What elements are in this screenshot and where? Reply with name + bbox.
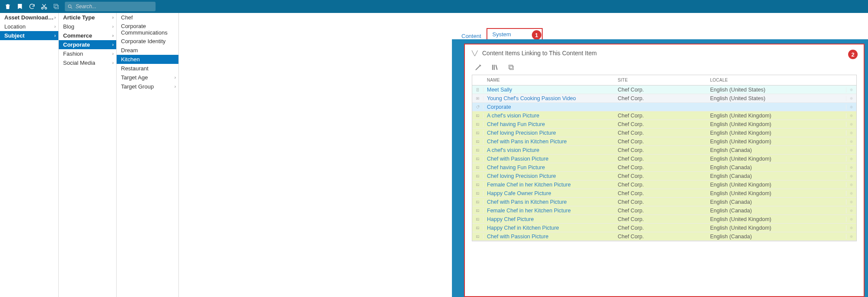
globe-icon[interactable]: [846, 96, 856, 101]
globe-icon[interactable]: [846, 182, 856, 187]
table-row[interactable]: Female Chef in her Kitchen PictureChef C…: [472, 206, 856, 215]
globe-icon[interactable]: [846, 130, 856, 136]
globe-icon[interactable]: [846, 104, 856, 110]
row-name: Chef with Pans in Kitchen Picture: [483, 199, 614, 205]
row-link[interactable]: Chef with Passion Picture: [487, 234, 548, 240]
row-link[interactable]: Chef with Passion Picture: [487, 156, 548, 162]
row-link[interactable]: Female Chef in her Kitchen Picture: [487, 208, 571, 214]
category-item[interactable]: Corporate Commmunications: [117, 22, 178, 37]
globe-icon[interactable]: [846, 156, 856, 161]
row-link[interactable]: A chef's vision Picture: [487, 113, 539, 119]
table-row[interactable]: Chef loving Precision PictureChef Corp.E…: [472, 172, 856, 180]
category-item[interactable]: Fashion›: [59, 49, 116, 58]
cut-icon[interactable]: [38, 0, 50, 13]
category-item[interactable]: Restaurant: [117, 64, 178, 73]
row-link[interactable]: Chef loving Precision Picture: [487, 130, 556, 136]
category-item[interactable]: Target Age›: [117, 73, 178, 82]
category-item[interactable]: Subject›: [0, 31, 58, 40]
table-row[interactable]: Happy Chef in Kitchen PictureChef Corp.E…: [472, 224, 856, 232]
row-link[interactable]: Female Chef in her Kitchen Picture: [487, 182, 571, 188]
category-item[interactable]: Location›: [0, 22, 58, 31]
globe-icon[interactable]: [846, 191, 856, 196]
globe-icon[interactable]: [846, 139, 856, 144]
category-item[interactable]: Corporate Identity: [117, 37, 178, 46]
globe-icon[interactable]: [846, 174, 856, 179]
edit-icon[interactable]: [474, 63, 483, 72]
globe-icon[interactable]: [846, 225, 856, 231]
category-label: Corporate Commmunications: [121, 23, 176, 36]
table-row[interactable]: Happy Chef PictureChef Corp.English (Uni…: [472, 215, 856, 224]
globe-icon[interactable]: [846, 234, 856, 239]
globe-icon[interactable]: [846, 165, 856, 170]
table-row[interactable]: Chef with Pans in Kitchen PictureChef Co…: [472, 198, 856, 206]
row-link[interactable]: Young Chef's Cooking Passion Video: [487, 95, 576, 101]
table-row[interactable]: Young Chef's Cooking Passion VideoChef C…: [472, 94, 856, 103]
row-link[interactable]: Corporate: [487, 104, 511, 110]
search-input[interactable]: [75, 3, 153, 10]
library-icon[interactable]: [490, 63, 499, 72]
row-link[interactable]: Happy Chef in Kitchen Picture: [487, 225, 559, 231]
category-item[interactable]: Target Group›: [117, 82, 178, 91]
th-name[interactable]: NAME: [483, 78, 614, 82]
category-item[interactable]: Social Media›: [59, 58, 116, 67]
globe-icon[interactable]: [846, 113, 856, 118]
table-row[interactable]: Chef having Fun PictureChef Corp.English…: [472, 163, 856, 172]
table-header: NAME SITE LOCALE: [472, 75, 856, 85]
row-site: Chef Corp.: [614, 182, 707, 188]
refresh-icon[interactable]: [26, 0, 38, 13]
row-type-icon: [472, 182, 483, 187]
table-row[interactable]: Happy Cafe Owner PictureChef Corp.Englis…: [472, 189, 856, 198]
globe-icon[interactable]: [846, 87, 856, 92]
globe-icon[interactable]: [846, 199, 856, 205]
row-link[interactable]: Chef having Fun Picture: [487, 121, 545, 127]
th-site[interactable]: SITE: [614, 78, 707, 82]
row-link[interactable]: Chef loving Precision Picture: [487, 173, 556, 179]
category-item[interactable]: Dream: [117, 46, 178, 55]
globe-icon[interactable]: [846, 148, 856, 153]
globe-icon[interactable]: [846, 208, 856, 213]
row-locale: English (Canada): [706, 173, 846, 179]
row-link[interactable]: Chef having Fun Picture: [487, 164, 545, 171]
row-link[interactable]: Chef with Pans in Kitchen Picture: [487, 199, 567, 205]
row-name: Meet Sally: [483, 87, 614, 93]
category-item[interactable]: Kitchen: [117, 55, 178, 64]
table-row[interactable]: Meet SallyChef Corp.English (United Stat…: [472, 85, 856, 94]
row-link[interactable]: A chef's vision Picture: [487, 147, 539, 153]
table-row[interactable]: Chef with Pans in Kitchen PictureChef Co…: [472, 137, 856, 146]
search-icon: [67, 4, 73, 9]
table-row[interactable]: Corporate: [472, 103, 856, 111]
row-site: Chef Corp.: [614, 156, 707, 162]
table-row[interactable]: A chef's vision PictureChef Corp.English…: [472, 111, 856, 120]
table-row[interactable]: Chef with Passion PictureChef Corp.Engli…: [472, 232, 856, 241]
category-item[interactable]: Chef: [117, 13, 178, 22]
table-row[interactable]: Female Chef in her Kitchen PictureChef C…: [472, 180, 856, 189]
table-row[interactable]: A chef's vision PictureChef Corp.English…: [472, 146, 856, 155]
copy-icon[interactable]: [50, 0, 62, 13]
chevron-down-icon[interactable]: ╲╱: [472, 51, 478, 56]
row-link[interactable]: Chef with Pans in Kitchen Picture: [487, 139, 567, 145]
row-name: Happy Chef Picture: [483, 216, 614, 222]
row-link[interactable]: Meet Sally: [487, 87, 512, 93]
svg-point-29: [477, 158, 477, 158]
row-locale: English (United Kingdom): [706, 130, 846, 136]
row-link[interactable]: Happy Chef Picture: [487, 216, 534, 222]
category-item[interactable]: Asset Download Portal›: [0, 13, 58, 22]
category-item[interactable]: Blog›: [59, 22, 116, 31]
th-locale[interactable]: LOCALE: [706, 78, 846, 82]
table-row[interactable]: Chef loving Precision PictureChef Corp.E…: [472, 129, 856, 137]
table-row[interactable]: Chef having Fun PictureChef Corp.English…: [472, 120, 856, 129]
row-type-icon: [472, 130, 483, 136]
row-link[interactable]: Happy Cafe Owner Picture: [487, 190, 551, 196]
trash-icon[interactable]: [2, 0, 14, 13]
copy-item-icon[interactable]: [506, 63, 516, 72]
category-item[interactable]: Commerce›: [59, 31, 116, 40]
bookmark-icon[interactable]: [14, 0, 26, 13]
search-box[interactable]: [65, 2, 156, 11]
category-item[interactable]: Corporate›: [59, 40, 116, 49]
category-columns: Asset Download Portal›Location›Subject› …: [0, 13, 868, 297]
chevron-right-icon: ›: [175, 75, 176, 80]
globe-icon[interactable]: [846, 122, 856, 127]
category-item[interactable]: Article Type›: [59, 13, 116, 22]
globe-icon[interactable]: [846, 217, 856, 222]
table-row[interactable]: Chef with Passion PictureChef Corp.Engli…: [472, 155, 856, 163]
